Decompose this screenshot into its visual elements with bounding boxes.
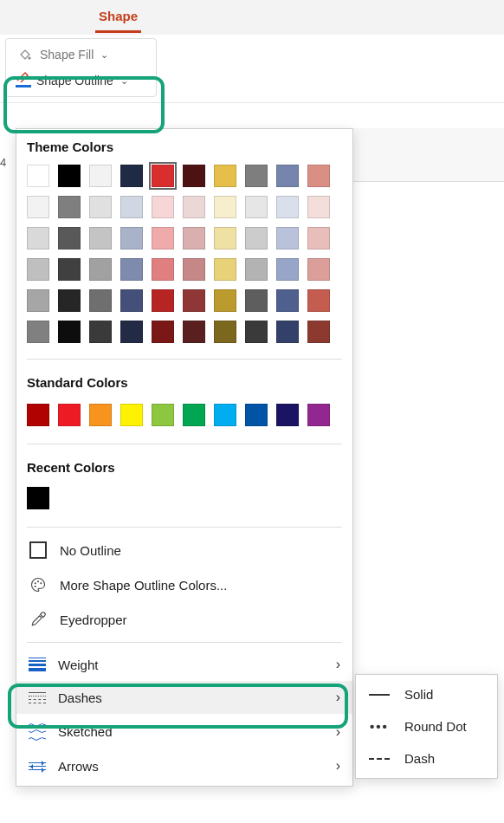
color-swatch[interactable] — [152, 258, 174, 281]
dash-option-round-dot[interactable]: ••• Round Dot — [356, 710, 497, 742]
color-swatch[interactable] — [214, 165, 236, 187]
color-swatch[interactable] — [183, 404, 205, 426]
color-swatch[interactable] — [245, 165, 268, 187]
round-dot-label: Round Dot — [404, 719, 467, 734]
color-swatch[interactable] — [276, 165, 299, 187]
dashes-item[interactable]: Dashes › — [16, 681, 352, 714]
color-swatch[interactable] — [183, 289, 205, 312]
color-swatch[interactable] — [183, 227, 205, 249]
color-swatch[interactable] — [58, 196, 81, 218]
color-swatch[interactable] — [120, 196, 143, 218]
color-swatch[interactable] — [183, 321, 205, 343]
color-swatch[interactable] — [183, 165, 205, 187]
color-swatch[interactable] — [89, 258, 112, 281]
color-swatch[interactable] — [152, 227, 174, 249]
color-swatch[interactable] — [89, 289, 112, 312]
color-swatch[interactable] — [120, 227, 143, 249]
color-swatch[interactable] — [58, 227, 81, 249]
color-swatch[interactable] — [245, 289, 268, 312]
color-swatch[interactable] — [152, 289, 174, 312]
color-swatch[interactable] — [27, 165, 49, 187]
sketched-item[interactable]: Sketched › — [16, 714, 352, 749]
color-swatch[interactable] — [214, 321, 236, 343]
color-swatch[interactable] — [58, 258, 81, 281]
color-swatch[interactable] — [152, 321, 174, 343]
svg-point-1 — [35, 582, 36, 584]
shape-fill-button[interactable]: Shape Fill ⌄ — [6, 42, 118, 68]
shape-fill-label: Shape Fill — [40, 48, 94, 62]
color-swatch[interactable] — [120, 289, 143, 312]
color-swatch[interactable] — [89, 196, 112, 218]
color-swatch[interactable] — [58, 404, 81, 426]
color-swatch[interactable] — [214, 227, 236, 249]
color-swatch[interactable] — [245, 321, 268, 343]
solid-line-icon — [368, 694, 391, 696]
color-swatch[interactable] — [27, 487, 49, 509]
dash-line-icon — [368, 758, 391, 760]
chevron-right-icon: › — [336, 758, 340, 774]
shape-outline-button[interactable]: Shape Outline ⌄ — [6, 68, 138, 94]
color-swatch[interactable] — [276, 196, 299, 218]
color-swatch[interactable] — [307, 227, 330, 249]
color-swatch[interactable] — [307, 165, 330, 187]
color-swatch[interactable] — [58, 289, 81, 312]
arrows-item[interactable]: Arrows › — [16, 749, 352, 782]
color-swatch[interactable] — [89, 227, 112, 249]
color-swatch[interactable] — [245, 258, 268, 281]
color-swatch[interactable] — [276, 258, 299, 281]
shape-outline-label: Shape Outline — [36, 74, 113, 87]
color-swatch[interactable] — [276, 289, 299, 312]
color-swatch[interactable] — [27, 404, 49, 426]
color-swatch[interactable] — [58, 165, 81, 187]
color-swatch[interactable] — [120, 165, 143, 187]
tab-shape[interactable]: Shape — [95, 2, 141, 33]
color-swatch[interactable] — [245, 227, 268, 249]
shape-outline-dropdown: Theme Colors Standard Colors Recent Colo… — [16, 128, 353, 787]
color-swatch[interactable] — [214, 289, 236, 312]
dash-option-solid[interactable]: Solid — [356, 678, 497, 710]
color-swatch[interactable] — [58, 321, 81, 343]
color-swatch[interactable] — [152, 404, 174, 426]
color-swatch[interactable] — [89, 404, 112, 426]
chevron-down-icon: ⌄ — [100, 49, 108, 61]
color-swatch[interactable] — [307, 404, 330, 426]
color-swatch[interactable] — [307, 196, 330, 218]
recent-colors-heading: Recent Colors — [16, 450, 352, 482]
color-swatch[interactable] — [307, 258, 330, 281]
color-swatch[interactable] — [276, 404, 299, 426]
color-swatch[interactable] — [183, 196, 205, 218]
color-swatch[interactable] — [27, 258, 49, 281]
color-swatch[interactable] — [214, 404, 236, 426]
pen-outline-icon — [16, 74, 31, 87]
chevron-down-icon: ⌄ — [120, 75, 128, 87]
color-swatch[interactable] — [120, 404, 143, 426]
color-swatch[interactable] — [27, 227, 49, 249]
dash-option-dash[interactable]: Dash — [356, 742, 497, 774]
eyedropper-item[interactable]: Eyedropper — [16, 602, 352, 637]
color-swatch[interactable] — [120, 321, 143, 343]
color-swatch[interactable] — [214, 196, 236, 218]
weight-icon — [29, 658, 46, 671]
dashes-submenu: Solid ••• Round Dot Dash — [355, 674, 498, 779]
more-colors-item[interactable]: More Shape Outline Colors... — [16, 567, 352, 602]
sketched-icon — [29, 723, 46, 741]
arrows-label: Arrows — [58, 759, 99, 774]
color-swatch[interactable] — [276, 227, 299, 249]
color-swatch[interactable] — [27, 321, 49, 343]
color-swatch[interactable] — [152, 165, 174, 187]
color-swatch[interactable] — [183, 258, 205, 281]
color-swatch[interactable] — [27, 196, 49, 218]
color-swatch[interactable] — [276, 321, 299, 343]
color-swatch[interactable] — [307, 321, 330, 343]
no-outline-item[interactable]: No Outline — [16, 533, 352, 567]
weight-item[interactable]: Weight › — [16, 648, 352, 681]
color-swatch[interactable] — [89, 321, 112, 343]
color-swatch[interactable] — [214, 258, 236, 281]
color-swatch[interactable] — [245, 404, 268, 426]
color-swatch[interactable] — [27, 289, 49, 312]
color-swatch[interactable] — [89, 165, 112, 187]
color-swatch[interactable] — [307, 289, 330, 312]
color-swatch[interactable] — [152, 196, 174, 218]
color-swatch[interactable] — [245, 196, 268, 218]
color-swatch[interactable] — [120, 258, 143, 281]
